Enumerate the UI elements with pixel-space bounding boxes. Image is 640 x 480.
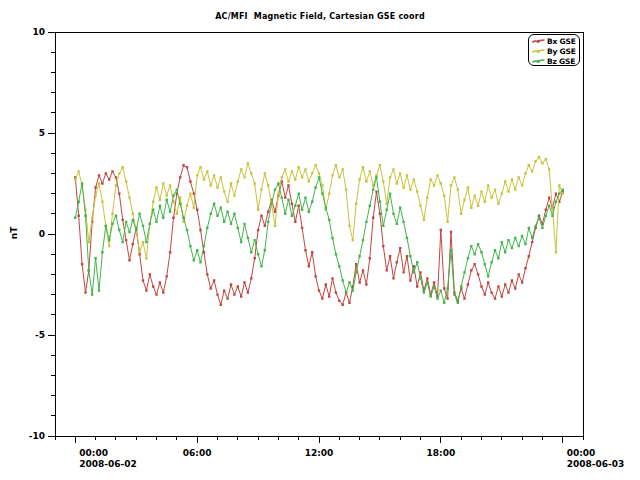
y-tick-label: -10 xyxy=(29,431,45,441)
y-axis-label: nT xyxy=(9,227,19,240)
x-tick-label: 12:00 xyxy=(305,448,334,458)
y-tick-label: 5 xyxy=(39,128,45,138)
x-tick-label: 00:00 xyxy=(79,448,108,458)
legend-line-sample-icon xyxy=(532,57,545,65)
legend: Bx GSE By GSE Bz GSE xyxy=(528,34,580,66)
y-tick-label: 0 xyxy=(39,229,45,239)
legend-label: Bx GSE xyxy=(547,37,576,46)
legend-label: Bz GSE xyxy=(547,57,575,66)
plot-frame xyxy=(55,32,583,436)
x-tick-label: 18:00 xyxy=(427,448,456,458)
x-date-label: 2008-06-03 xyxy=(567,459,625,469)
x-date-label: 2008-06-02 xyxy=(79,459,137,469)
y-tick-label: 10 xyxy=(32,27,45,37)
legend-item-bz: Bz GSE xyxy=(532,56,579,66)
legend-line-sample-icon xyxy=(532,47,545,55)
x-tick-label: 06:00 xyxy=(183,448,212,458)
plot-window: AC/MFI Magnetic Field, Cartesian GSE coo… xyxy=(0,0,640,480)
y-tick-label: -5 xyxy=(35,330,45,340)
x-tick-label: 00:00 xyxy=(567,448,596,458)
legend-label: By GSE xyxy=(547,47,576,56)
legend-item-by: By GSE xyxy=(532,46,579,56)
legend-item-bx: Bx GSE xyxy=(532,36,579,46)
legend-line-sample-icon xyxy=(532,37,545,45)
plot-canvas: 00:002008-06-0206:0012:0018:0000:002008-… xyxy=(0,0,640,480)
